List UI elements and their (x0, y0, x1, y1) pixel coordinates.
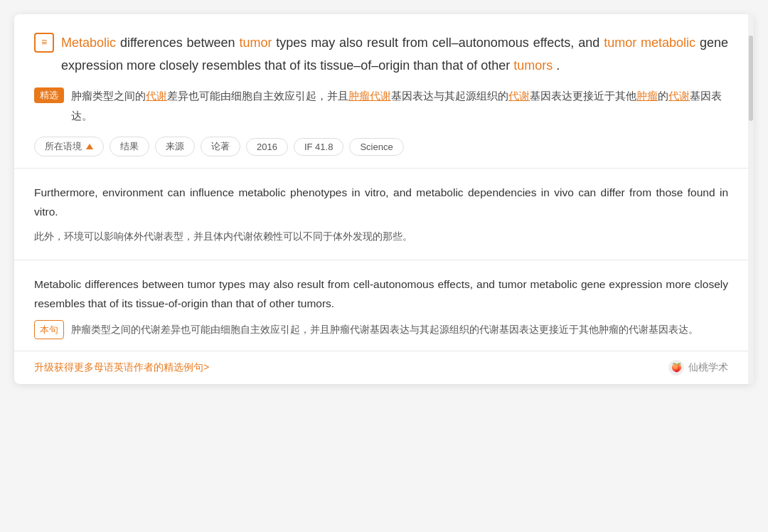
scrollbar[interactable] (748, 14, 754, 384)
tag-context[interactable]: 所在语境 (34, 137, 104, 156)
scrollbar-thumb[interactable] (749, 36, 753, 121)
bottom-chinese-text: 肿瘤类型之间的代谢差异也可能由细胞自主效应引起，并且肿瘤代谢基因表达与其起源组织… (71, 324, 698, 335)
cn-highlight-1: 代谢 (146, 90, 167, 102)
cn-seg-4: 基因表达更接近于其他 (530, 90, 636, 102)
footer: 升级获得更多母语英语作者的精选例句> 🍑 仙桃学术 (14, 351, 748, 384)
tags-row: 所在语境 结果 来源 论著 2016 (34, 137, 728, 156)
chinese-entry-block: 精选 肿瘤类型之间的代谢差异也可能由细胞自主效应引起，并且肿瘤代谢基因表达与其起… (34, 86, 728, 126)
middle-section: Furthermore, environment can influence m… (14, 169, 748, 260)
tag-if[interactable]: IF 41.8 (294, 138, 343, 156)
middle-english-text: Furthermore, environment can influence m… (34, 186, 728, 218)
bottom-section: Metabolic differences between tumor type… (14, 260, 748, 352)
word-tumor-metabolic: tumor metabolic (604, 36, 695, 50)
brand-name: 仙桃学术 (688, 361, 728, 374)
tag-if-label: IF 41.8 (304, 142, 333, 152)
tag-result[interactable]: 结果 (110, 137, 149, 156)
text-period-1: . (556, 58, 560, 73)
main-card: ≡ Metabolic differences between tumor ty… (14, 14, 754, 384)
bottom-english-text: Metabolic differences between tumor type… (34, 278, 728, 309)
middle-english: Furthermore, environment can influence m… (34, 183, 728, 221)
english-text-content: Metabolic differences between tumor type… (61, 31, 728, 78)
text-segment-2: types may also result from cell–autonomo… (276, 36, 604, 50)
word-metabolic: Metabolic (61, 36, 116, 50)
word-tumors-1: tumors (513, 58, 553, 73)
tag-year-label: 2016 (257, 142, 277, 152)
cn-highlight-5: 代谢 (668, 90, 690, 102)
cn-highlight-4: 肿瘤 (636, 90, 658, 102)
scroll-container: ≡ Metabolic differences between tumor ty… (14, 14, 754, 384)
doc-icon: ≡ (34, 33, 54, 53)
tag-paper[interactable]: 论著 (201, 137, 240, 156)
tag-journal[interactable]: Science (349, 138, 403, 156)
jingxuan-badge: 精选 (34, 87, 64, 103)
brand-logo: 🍑 (668, 360, 684, 376)
triangle-up-icon (86, 144, 93, 149)
cn-highlight-2: 肿瘤代谢 (348, 90, 391, 102)
tag-result-label: 结果 (120, 141, 139, 151)
brand: 🍑 仙桃学术 (668, 360, 728, 376)
content-area: ≡ Metabolic differences between tumor ty… (14, 14, 748, 384)
cn-seg-1: 肿瘤类型之间的 (71, 90, 146, 102)
tag-journal-label: Science (360, 142, 393, 152)
chinese-text-content: 肿瘤类型之间的代谢差异也可能由细胞自主效应引起，并且肿瘤代谢基因表达与其起源组织… (71, 86, 728, 126)
cn-seg-3: 基因表达与其起源组织的 (391, 90, 508, 102)
bottom-chinese-block: 本句 肿瘤类型之间的代谢差异也可能由细胞自主效应引起，并且肿瘤代谢基因表达与其起… (34, 320, 728, 339)
benju-badge: 本句 (34, 320, 64, 339)
tag-source-label: 来源 (166, 141, 184, 151)
tag-source[interactable]: 来源 (155, 137, 195, 156)
cn-seg-5: 的 (658, 90, 668, 102)
top-section: ≡ Metabolic differences between tumor ty… (14, 14, 748, 169)
cn-seg-2: 差异也可能由细胞自主效应引起，并且 (167, 90, 348, 102)
tag-year[interactable]: 2016 (246, 138, 288, 156)
cn-highlight-3: 代谢 (508, 90, 530, 102)
tag-paper-label: 论著 (211, 141, 230, 151)
middle-chinese: 此外，环境可以影响体外代谢表型，并且体内代谢依赖性可以不同于体外发现的那些。 (34, 228, 728, 245)
bottom-english: Metabolic differences between tumor type… (34, 275, 728, 313)
text-segment-1: differences between (120, 36, 240, 50)
middle-chinese-text: 此外，环境可以影响体外代谢表型，并且体内代谢依赖性可以不同于体外发现的那些。 (34, 230, 412, 242)
english-entry-block: ≡ Metabolic differences between tumor ty… (34, 31, 728, 78)
tag-context-label: 所在语境 (45, 140, 82, 153)
word-tumor-1: tumor (239, 36, 272, 50)
upgrade-link[interactable]: 升级获得更多母语英语作者的精选例句> (34, 361, 209, 374)
